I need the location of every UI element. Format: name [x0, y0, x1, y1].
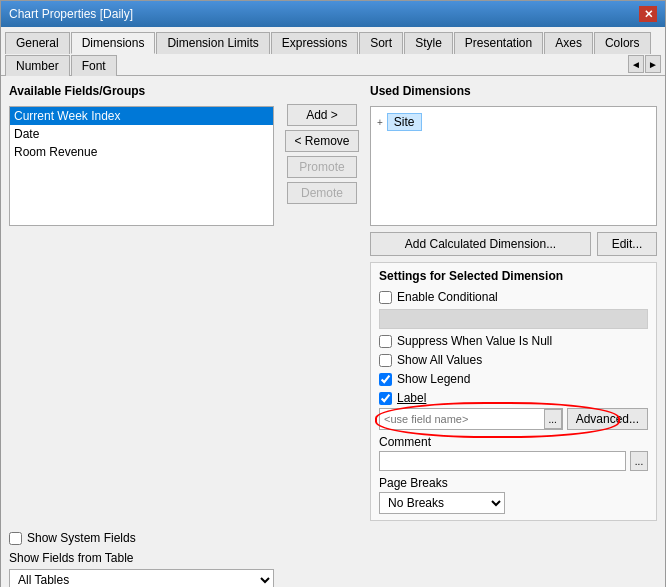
tab-general[interactable]: General — [5, 32, 70, 54]
settings-title: Settings for Selected Dimension — [379, 269, 648, 283]
tab-dimensions[interactable]: Dimensions — [71, 32, 156, 54]
suppress-null-label: Suppress When Value Is Null — [397, 334, 552, 348]
suppress-null-checkbox[interactable] — [379, 335, 392, 348]
advanced-button[interactable]: Advanced... — [567, 408, 648, 430]
edit-button[interactable]: Edit... — [597, 232, 657, 256]
label-section: Label ... Advanced... — [379, 391, 648, 430]
right-panel: Used Dimensions + Site Add Calculated Di… — [370, 84, 657, 521]
tab-scroll-left[interactable]: ◄ — [628, 55, 644, 73]
show-system-fields-label: Show System Fields — [27, 531, 136, 545]
tab-number[interactable]: Number — [5, 55, 70, 76]
lower-section: Show System Fields Show Fields from Tabl… — [9, 531, 657, 587]
list-item-current-week[interactable]: Current Week Index — [10, 107, 273, 125]
left-panel: Available Fields/Groups Current Week Ind… — [9, 84, 274, 521]
show-all-values-row: Show All Values — [379, 353, 648, 367]
used-dimensions-list[interactable]: + Site — [370, 106, 657, 226]
tab-dimension-limits[interactable]: Dimension Limits — [156, 32, 269, 54]
comment-label: Comment — [379, 435, 648, 449]
tab-sort[interactable]: Sort — [359, 32, 403, 54]
dim-label-site: Site — [387, 113, 422, 131]
show-system-fields-row: Show System Fields — [9, 531, 274, 545]
show-all-values-label: Show All Values — [397, 353, 482, 367]
label-checkbox-row: Label — [379, 391, 648, 405]
dim-item-site[interactable]: + Site — [375, 111, 652, 133]
show-legend-checkbox[interactable] — [379, 373, 392, 386]
show-all-values-checkbox[interactable] — [379, 354, 392, 367]
label-input-wrap[interactable]: ... — [379, 408, 563, 430]
list-item-room-revenue[interactable]: Room Revenue — [10, 143, 273, 161]
middle-buttons: Add > < Remove Promote Demote — [282, 84, 362, 521]
tab-font[interactable]: Font — [71, 55, 117, 76]
main-content: Available Fields/Groups Current Week Ind… — [1, 76, 665, 587]
conditional-expression-field — [379, 309, 648, 329]
tab-nav-arrows: ◄ ► — [628, 54, 661, 75]
available-fields-list[interactable]: Current Week Index Date Room Revenue — [9, 106, 274, 226]
chart-properties-window: Chart Properties [Daily] ✕ General Dimen… — [0, 0, 666, 587]
show-fields-from-label: Show Fields from Table — [9, 551, 274, 565]
comment-input-wrap[interactable] — [379, 451, 626, 471]
promote-button[interactable]: Promote — [287, 156, 357, 178]
tab-style[interactable]: Style — [404, 32, 453, 54]
label-label: Label — [397, 391, 426, 405]
remove-button[interactable]: < Remove — [285, 130, 358, 152]
top-section: Available Fields/Groups Current Week Ind… — [9, 84, 657, 521]
tabs-row: General Dimensions Dimension Limits Expr… — [1, 27, 665, 76]
label-input[interactable] — [380, 411, 542, 427]
suppress-null-row: Suppress When Value Is Null — [379, 334, 648, 348]
add-edit-row: Add Calculated Dimension... Edit... — [370, 232, 657, 256]
tab-axes[interactable]: Axes — [544, 32, 593, 54]
label-input-row: ... Advanced... — [379, 408, 648, 430]
show-fields-section: Show Fields from Table All Tables — [9, 551, 274, 587]
lower-left: Show System Fields Show Fields from Tabl… — [9, 531, 274, 587]
enable-conditional-label: Enable Conditional — [397, 290, 498, 304]
dim-expand-icon: + — [377, 117, 383, 128]
window-title: Chart Properties [Daily] — [9, 7, 133, 21]
demote-button[interactable]: Demote — [287, 182, 357, 204]
show-fields-select[interactable]: All Tables — [9, 569, 274, 587]
enable-conditional-checkbox[interactable] — [379, 291, 392, 304]
show-system-fields-checkbox[interactable] — [9, 532, 22, 545]
label-ellipsis-btn[interactable]: ... — [544, 409, 562, 429]
enable-conditional-row: Enable Conditional — [379, 290, 648, 304]
tab-presentation[interactable]: Presentation — [454, 32, 543, 54]
available-fields-label: Available Fields/Groups — [9, 84, 274, 98]
title-bar: Chart Properties [Daily] ✕ — [1, 1, 665, 27]
used-dimensions-label: Used Dimensions — [370, 84, 657, 98]
add-button[interactable]: Add > — [287, 104, 357, 126]
tab-scroll-right[interactable]: ► — [645, 55, 661, 73]
show-legend-row: Show Legend — [379, 372, 648, 386]
comment-section: Comment ... — [379, 435, 648, 471]
comment-ellipsis-btn[interactable]: ... — [630, 451, 648, 471]
close-button[interactable]: ✕ — [639, 6, 657, 22]
tab-colors[interactable]: Colors — [594, 32, 651, 54]
page-breaks-section: Page Breaks No Breaks Before Dimension A… — [379, 476, 648, 514]
page-breaks-select[interactable]: No Breaks Before Dimension After Dimensi… — [379, 492, 505, 514]
list-item-date[interactable]: Date — [10, 125, 273, 143]
page-breaks-label: Page Breaks — [379, 476, 648, 490]
show-legend-label: Show Legend — [397, 372, 470, 386]
comment-row: ... — [379, 451, 648, 471]
comment-input[interactable] — [380, 452, 625, 471]
settings-section: Settings for Selected Dimension Enable C… — [370, 262, 657, 521]
tab-expressions[interactable]: Expressions — [271, 32, 358, 54]
label-checkbox[interactable] — [379, 392, 392, 405]
add-calculated-button[interactable]: Add Calculated Dimension... — [370, 232, 591, 256]
